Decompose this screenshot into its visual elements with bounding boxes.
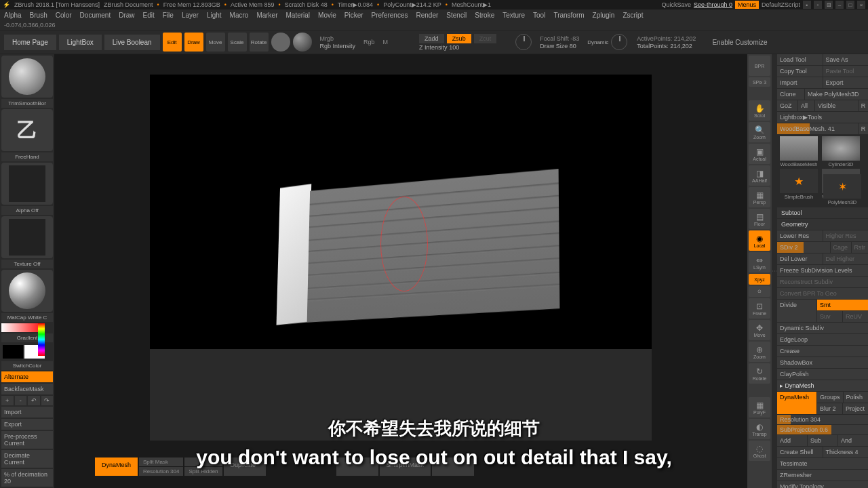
groups-button[interactable]: Groups xyxy=(817,392,843,403)
liveboolean-button[interactable]: Live Boolean xyxy=(104,35,160,50)
sub-button[interactable]: Sub xyxy=(808,435,837,446)
crease-header[interactable]: Crease xyxy=(777,346,868,357)
texture-slot[interactable] xyxy=(1,216,53,258)
window-icon[interactable]: ▪ xyxy=(803,1,811,9)
dynamicsubdiv-header[interactable]: Dynamic Subdiv xyxy=(777,323,868,333)
copytool-button[interactable]: Copy Tool xyxy=(777,66,823,77)
m-button[interactable]: M xyxy=(383,39,389,45)
delhigher-button[interactable]: Del Higher xyxy=(823,253,869,264)
spix-slider[interactable]: SPix 3 xyxy=(749,77,770,87)
freeze-button[interactable]: Freeze SubDivision Levels xyxy=(777,265,868,276)
frame-button[interactable]: ⊡Frame xyxy=(749,298,770,319)
aahalf-button[interactable]: ◨AAHalf xyxy=(749,165,770,186)
menu-document[interactable]: Document xyxy=(80,12,111,19)
higherres-button[interactable]: Higher Res xyxy=(823,230,869,241)
thickness-slider[interactable]: Thickness 4 xyxy=(823,447,869,458)
focal-dial[interactable] xyxy=(515,34,532,50)
decimate-button[interactable]: Decimate Current xyxy=(1,450,53,468)
backfacemask-button[interactable]: BackfaceMask xyxy=(1,384,53,394)
dynamesh-button[interactable]: DynaMesh xyxy=(777,392,816,414)
createshell-button[interactable]: Create Shell xyxy=(777,447,823,458)
zcut-button[interactable]: Zcut xyxy=(474,34,497,43)
lightbox-tools-button[interactable]: Lightbox▶Tools xyxy=(777,112,868,123)
menu-light[interactable]: Light xyxy=(207,12,222,19)
blur-slider[interactable]: Blur 2 xyxy=(817,403,842,414)
menu-brush[interactable]: Brush xyxy=(30,12,47,19)
menu-movie[interactable]: Movie xyxy=(318,12,336,19)
alpha-slot[interactable] xyxy=(1,163,53,205)
zsub-button[interactable]: Zsub xyxy=(447,34,471,43)
mrgb-button[interactable]: Mrgb xyxy=(320,35,356,42)
polyf-button[interactable]: ▦PolyF xyxy=(749,397,770,418)
mini-btn[interactable]: - xyxy=(15,396,27,405)
pastetool-button[interactable]: Paste Tool xyxy=(823,66,869,77)
menu-macro[interactable]: Macro xyxy=(230,12,249,19)
subtool-header[interactable]: Subtool xyxy=(777,207,868,218)
zremesher-header[interactable]: ZRemesher xyxy=(777,470,868,481)
shelf-btn[interactable] xyxy=(432,458,474,476)
shelf-btn[interactable] xyxy=(184,458,222,466)
gradient-label[interactable]: Gradient xyxy=(1,333,53,342)
dynamesh-header[interactable]: ▸ DynaMesh xyxy=(777,380,868,391)
edgeloop-header[interactable]: EdgeLoop xyxy=(777,334,868,345)
color-picker[interactable] xyxy=(1,323,45,332)
r-button[interactable]: R xyxy=(859,123,868,134)
export-button[interactable]: Export xyxy=(823,77,869,88)
goz-button[interactable]: GoZ xyxy=(777,100,797,111)
scroll-button[interactable]: ✋Scrol xyxy=(749,100,770,121)
maximize-icon[interactable]: □ xyxy=(846,1,854,9)
menu-zscript[interactable]: Zscript xyxy=(623,12,643,19)
goz-r-button[interactable]: R xyxy=(859,100,868,111)
mini-btn[interactable]: ↶ xyxy=(28,396,40,405)
edit-mode-button[interactable]: Edit xyxy=(163,33,182,52)
window-icon[interactable]: ▫ xyxy=(814,1,822,9)
menu-layer[interactable]: Layer xyxy=(182,12,199,19)
menu-draw[interactable]: Draw xyxy=(119,12,134,19)
lightbox-button[interactable]: LightBox xyxy=(59,35,102,50)
suv-button[interactable]: Suv xyxy=(817,311,842,322)
focalshift-slider[interactable]: Focal Shift -83 xyxy=(540,35,579,42)
mini-btn[interactable]: + xyxy=(1,396,14,405)
meshname-slider[interactable]: WoodBaseMesh. 41 xyxy=(777,123,858,134)
geometry-header[interactable]: Geometry xyxy=(777,219,868,230)
size-dial[interactable] xyxy=(611,34,627,50)
clone-button[interactable]: Clone xyxy=(777,89,804,100)
sharpenmask-button[interactable]: SharpenMask xyxy=(380,458,431,476)
goz-visible-button[interactable]: Visible xyxy=(815,100,858,111)
material-slot[interactable] xyxy=(1,270,53,312)
homepage-button[interactable]: Home Page xyxy=(4,35,56,50)
smt-button[interactable]: Smt xyxy=(817,300,868,310)
seethrough-slider[interactable]: See-through 0 xyxy=(694,1,732,8)
project-button[interactable]: Project xyxy=(843,403,868,414)
defaultzscript-button[interactable]: DefaultZScript xyxy=(762,1,800,8)
goz-all-button[interactable]: All xyxy=(798,100,814,111)
menu-preferences[interactable]: Preferences xyxy=(372,12,408,19)
shelf-btn[interactable] xyxy=(336,458,378,476)
menu-edit[interactable]: Edit xyxy=(143,12,155,19)
menu-transform[interactable]: Transform xyxy=(553,12,584,19)
move-nav-button[interactable]: ✥Move xyxy=(749,320,770,340)
draw-mode-button[interactable]: Draw xyxy=(184,33,203,52)
duplicate-button[interactable]: Duplicate xyxy=(224,458,266,476)
canvas[interactable] xyxy=(54,54,747,488)
rotate-mode-button[interactable]: Rotate xyxy=(250,33,269,52)
convertbpr-button[interactable]: Convert BPR To Geo xyxy=(777,288,868,299)
p-button[interactable]: ⊙ xyxy=(749,286,770,297)
transp-button[interactable]: ◐Transp xyxy=(749,419,770,439)
import-button[interactable]: Import xyxy=(1,407,53,418)
brush-slot[interactable] xyxy=(1,56,53,98)
window-icon[interactable]: ⊞ xyxy=(825,1,833,9)
zoom-button[interactable]: 🔍Zoom xyxy=(749,122,770,142)
menu-stroke[interactable]: Stroke xyxy=(475,12,494,19)
swatch-black[interactable] xyxy=(3,345,23,359)
quicksave-button[interactable]: QuickSave xyxy=(661,1,691,8)
menu-marker[interactable]: Marker xyxy=(256,12,277,19)
saveas-button[interactable]: Save As xyxy=(823,54,869,65)
splithidden-button[interactable]: Split Hidden xyxy=(184,467,222,476)
panel-divider[interactable]: ⋮ xyxy=(772,54,777,488)
local-button[interactable]: ◉Local xyxy=(749,230,770,251)
sdiv-slider[interactable]: SDiv 2 xyxy=(777,242,830,253)
decimation-pct-slider[interactable]: % of decimation 20 xyxy=(1,469,53,487)
menu-color[interactable]: Color xyxy=(56,12,72,19)
rstr-button[interactable]: Rstr xyxy=(852,242,869,253)
